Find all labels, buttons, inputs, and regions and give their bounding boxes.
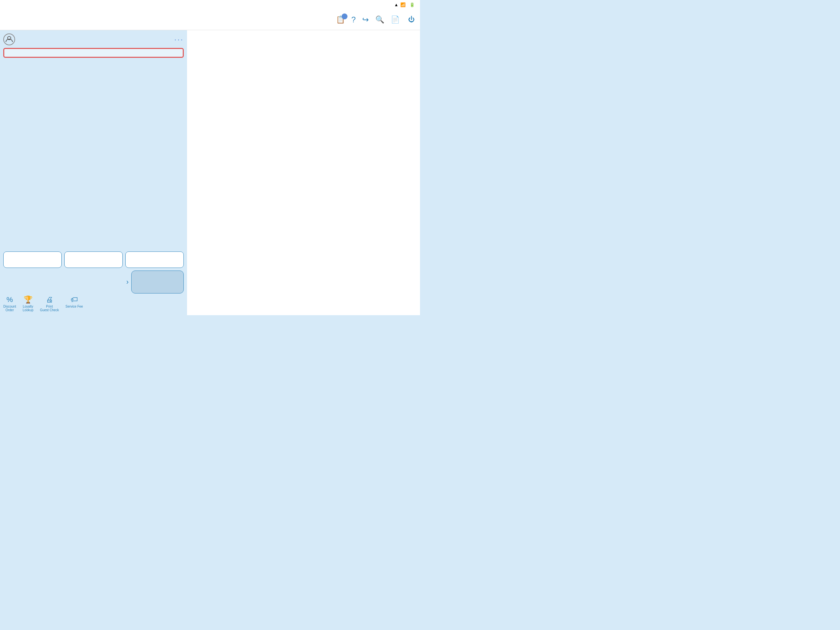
three-dots-menu[interactable]: ··· (174, 35, 184, 44)
help-icon[interactable]: ? (351, 15, 356, 24)
signal-icon: ▲ (394, 2, 398, 7)
service-fee-label: Service Fee (66, 305, 83, 308)
service-fee-icon: 🏷 (71, 296, 78, 304)
left-panel: ··· (0, 30, 187, 315)
action-buttons (3, 252, 184, 268)
print-icon: 🖨 (46, 296, 53, 304)
total-pay-row: › (3, 271, 184, 293)
battery-icon: 🔋 (409, 2, 415, 7)
loyalty-lookup-button[interactable]: 🏆 LoyaltyLookup (23, 296, 33, 312)
logout-icon[interactable]: ⏻ (408, 16, 415, 23)
bottom-toolbar: % DiscountOrder 🏆 LoyaltyLookup 🖨 PrintG… (3, 293, 184, 312)
arrow-right-icon[interactable]: › (126, 278, 129, 286)
return-icon[interactable]: ↩ (362, 15, 369, 24)
hold-button[interactable] (64, 252, 123, 268)
order-list-box (3, 48, 184, 58)
cashier-row: ··· (3, 33, 184, 45)
discount-order-button[interactable]: % DiscountOrder (3, 296, 16, 312)
right-panel (187, 30, 420, 315)
wifi-icon: 📶 (400, 2, 406, 7)
search-icon[interactable]: 🔍 (375, 16, 384, 24)
cashier-avatar (3, 33, 15, 45)
badge-count (341, 13, 347, 19)
copy-icon[interactable]: 📄 (391, 16, 399, 24)
print-label: PrintGuest Check (40, 305, 59, 312)
service-fee-button[interactable]: 🏷 Service Fee (66, 296, 83, 312)
discount-order-label: DiscountOrder (3, 305, 16, 312)
discount-icon: % (6, 296, 13, 304)
cancel-button[interactable] (3, 252, 62, 268)
totals-section (3, 247, 184, 250)
status-bar: ▲ 📶 🔋 (0, 0, 420, 9)
badge-container[interactable]: 📋 (336, 16, 345, 24)
loyalty-label: LoyaltyLookup (23, 305, 33, 312)
pay-button[interactable] (131, 271, 184, 293)
top-header: 📋 ? ↩ 🔍 📄 ⏻ (0, 9, 420, 30)
cashier-header: ⏻ (406, 16, 415, 23)
loyalty-icon: 🏆 (24, 296, 33, 304)
send-button[interactable] (125, 252, 184, 268)
print-guest-check-button[interactable]: 🖨 PrintGuest Check (40, 296, 59, 312)
header-icons: 📋 ? ↩ 🔍 📄 ⏻ (336, 15, 415, 24)
